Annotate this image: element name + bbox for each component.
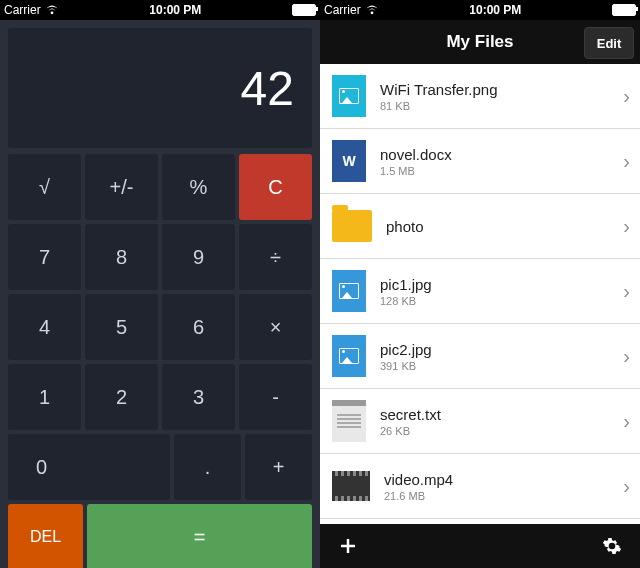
digit-9-button[interactable]: 9 bbox=[162, 224, 235, 290]
gear-icon bbox=[602, 536, 622, 556]
file-row[interactable]: pic1.jpg 128 KB › bbox=[320, 259, 640, 324]
chevron-right-icon: › bbox=[623, 475, 630, 498]
word-file-icon: W bbox=[332, 140, 366, 182]
file-row[interactable]: photo › bbox=[320, 194, 640, 259]
file-size: 81 KB bbox=[380, 100, 623, 112]
folder-icon bbox=[332, 210, 372, 242]
multiply-button[interactable]: × bbox=[239, 294, 312, 360]
file-name: pic1.jpg bbox=[380, 276, 623, 293]
image-file-icon bbox=[332, 335, 366, 377]
calculator-body: 42 √ +/- % C 7 8 9 ÷ 4 5 6 × 1 2 bbox=[0, 20, 320, 568]
percent-button[interactable]: % bbox=[162, 154, 235, 220]
chevron-right-icon: › bbox=[623, 85, 630, 108]
file-name: photo bbox=[386, 218, 623, 235]
nav-bar: My Files Edit bbox=[320, 20, 640, 64]
file-row[interactable]: secret.txt 26 KB › bbox=[320, 389, 640, 454]
page-title: My Files bbox=[446, 32, 513, 52]
battery-icon bbox=[612, 4, 636, 16]
digit-5-button[interactable]: 5 bbox=[85, 294, 158, 360]
digit-6-button[interactable]: 6 bbox=[162, 294, 235, 360]
toolbar bbox=[320, 524, 640, 568]
file-name: pic2.jpg bbox=[380, 341, 623, 358]
file-size: 1.5 MB bbox=[380, 165, 623, 177]
wifi-icon bbox=[365, 5, 379, 15]
clear-button[interactable]: C bbox=[239, 154, 312, 220]
digit-8-button[interactable]: 8 bbox=[85, 224, 158, 290]
chevron-right-icon: › bbox=[623, 410, 630, 433]
digit-0-button[interactable]: 0 bbox=[8, 434, 170, 500]
digit-1-button[interactable]: 1 bbox=[8, 364, 81, 430]
image-file-icon bbox=[332, 270, 366, 312]
digit-4-button[interactable]: 4 bbox=[8, 294, 81, 360]
status-time: 10:00 PM bbox=[379, 3, 612, 17]
sqrt-button[interactable]: √ bbox=[8, 154, 81, 220]
chevron-right-icon: › bbox=[623, 215, 630, 238]
file-size: 128 KB bbox=[380, 295, 623, 307]
file-name: video.mp4 bbox=[384, 471, 623, 488]
status-time: 10:00 PM bbox=[59, 3, 292, 17]
status-bar-left: Carrier 10:00 PM bbox=[0, 0, 320, 20]
add-button[interactable]: + bbox=[245, 434, 312, 500]
calculator-display: 42 bbox=[8, 28, 312, 148]
file-name: WiFi Transfer.png bbox=[380, 81, 623, 98]
status-bar-right: Carrier 10:00 PM bbox=[320, 0, 640, 20]
image-file-icon bbox=[332, 75, 366, 117]
divide-button[interactable]: ÷ bbox=[239, 224, 312, 290]
file-row[interactable]: video.mp4 21.6 MB › bbox=[320, 454, 640, 519]
files-screen: Carrier 10:00 PM My Files Edit WiFi Tran… bbox=[320, 0, 640, 568]
file-row[interactable]: pic2.jpg 391 KB › bbox=[320, 324, 640, 389]
digit-7-button[interactable]: 7 bbox=[8, 224, 81, 290]
sign-button[interactable]: +/- bbox=[85, 154, 158, 220]
file-list: WiFi Transfer.png 81 KB › W novel.docx 1… bbox=[320, 64, 640, 524]
file-row[interactable]: W novel.docx 1.5 MB › bbox=[320, 129, 640, 194]
plus-icon bbox=[339, 537, 357, 555]
video-file-icon bbox=[332, 471, 370, 501]
calculator-screen: Carrier 10:00 PM 42 √ +/- % C 7 8 9 ÷ 4 bbox=[0, 0, 320, 568]
edit-button[interactable]: Edit bbox=[584, 27, 634, 59]
text-file-icon bbox=[332, 400, 366, 442]
equals-button[interactable]: = bbox=[87, 504, 312, 568]
digit-2-button[interactable]: 2 bbox=[85, 364, 158, 430]
carrier-label: Carrier bbox=[324, 3, 361, 17]
digit-3-button[interactable]: 3 bbox=[162, 364, 235, 430]
file-name: secret.txt bbox=[380, 406, 623, 423]
chevron-right-icon: › bbox=[623, 345, 630, 368]
chevron-right-icon: › bbox=[623, 150, 630, 173]
settings-button[interactable] bbox=[598, 532, 626, 560]
file-size: 21.6 MB bbox=[384, 490, 623, 502]
add-button[interactable] bbox=[334, 532, 362, 560]
chevron-right-icon: › bbox=[623, 280, 630, 303]
file-size: 26 KB bbox=[380, 425, 623, 437]
carrier-label: Carrier bbox=[4, 3, 41, 17]
wifi-icon bbox=[45, 5, 59, 15]
file-row[interactable]: WiFi Transfer.png 81 KB › bbox=[320, 64, 640, 129]
decimal-button[interactable]: . bbox=[174, 434, 241, 500]
battery-icon bbox=[292, 4, 316, 16]
subtract-button[interactable]: - bbox=[239, 364, 312, 430]
file-size: 391 KB bbox=[380, 360, 623, 372]
delete-button[interactable]: DEL bbox=[8, 504, 83, 568]
file-name: novel.docx bbox=[380, 146, 623, 163]
